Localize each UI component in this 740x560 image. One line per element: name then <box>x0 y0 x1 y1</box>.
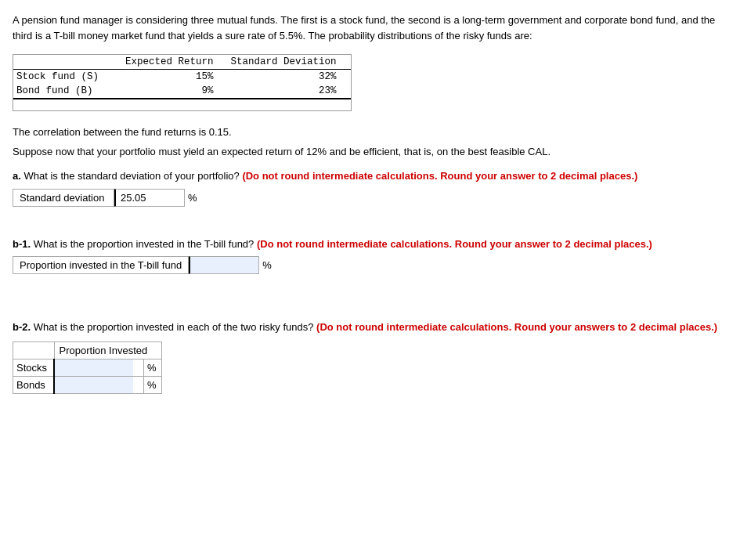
std-dev-label: Standard deviation <box>13 189 114 207</box>
tbill-input[interactable] <box>189 256 259 274</box>
proportion-col-empty <box>13 341 55 359</box>
question-b1-bold: b-1. <box>13 238 31 250</box>
question-a-bold: a. <box>13 170 21 182</box>
table-row-bond: Bond fund (B) 9% 23% <box>13 84 351 99</box>
bonds-pct: % <box>144 376 162 393</box>
question-b2-note: (Do not round intermediate calculations.… <box>313 321 717 333</box>
question-b2-bold: b-2. <box>13 321 31 333</box>
stocks-input-cell <box>54 359 144 376</box>
tbill-percent: % <box>262 259 272 271</box>
question-a-text: What is the standard deviation of your p… <box>21 170 240 182</box>
tbill-label: Proportion invested in the T-bill fund <box>13 256 189 274</box>
bonds-input-cell <box>54 376 144 393</box>
std-dev-percent: % <box>188 192 197 204</box>
question-b2-section: b-2. What is the proportion invested in … <box>13 320 727 394</box>
question-b1-label: b-1. What is the proportion invested in … <box>13 237 727 252</box>
question-b2-text: What is the proportion invested in each … <box>31 321 313 333</box>
question-a-answer-row: Standard deviation % <box>13 189 727 207</box>
question-a-note: (Do not round intermediate calculations.… <box>240 170 638 182</box>
table-row-stock: Stock fund (S) 15% 32% <box>13 70 351 85</box>
std-dev-input[interactable] <box>114 189 185 207</box>
question-b2-label: b-2. What is the proportion invested in … <box>13 320 727 335</box>
stock-expected-return: 15% <box>122 70 228 85</box>
stocks-label: Stocks <box>13 359 55 376</box>
question-b1-text: What is the proportion invested in the T… <box>31 238 254 250</box>
question-b1-section: b-1. What is the proportion invested in … <box>13 237 727 275</box>
col-header-expected-return: Expected Return <box>122 55 228 70</box>
stocks-proportion-input[interactable] <box>55 359 133 376</box>
proportion-row-bonds: Bonds % <box>13 376 162 393</box>
bonds-proportion-input[interactable] <box>55 377 133 393</box>
b1-answer-row: Proportion invested in the T-bill fund % <box>13 256 727 274</box>
fund-table: Expected Return Standard Deviation Stock… <box>13 55 351 99</box>
question-b1-note: (Do not round intermediate calculations.… <box>254 238 652 250</box>
fund-table-container: Expected Return Standard Deviation Stock… <box>13 54 352 111</box>
proportion-table: Proportion Invested Stocks % Bonds % <box>13 341 162 394</box>
bond-std-dev: 23% <box>228 84 351 99</box>
correlation-text: The correlation between the fund returns… <box>13 126 727 138</box>
bond-fund-label: Bond fund (B) <box>13 84 122 99</box>
proportion-col-header: Proportion Invested <box>54 341 162 359</box>
col-header-empty <box>13 55 122 70</box>
col-header-std-dev: Standard Deviation <box>228 55 351 70</box>
bonds-label: Bonds <box>13 376 55 393</box>
stocks-pct: % <box>144 359 162 376</box>
intro-paragraph: A pension fund manager is considering th… <box>13 13 727 43</box>
proportion-row-stocks: Stocks % <box>13 359 162 376</box>
bond-expected-return: 9% <box>122 84 228 99</box>
question-a-label: a. What is the standard deviation of you… <box>13 168 727 184</box>
stock-fund-label: Stock fund (S) <box>13 70 122 85</box>
stock-std-dev: 32% <box>228 70 351 85</box>
question-a-section: a. What is the standard deviation of you… <box>13 168 727 207</box>
suppose-text: Suppose now that your portfolio must yie… <box>13 146 727 157</box>
